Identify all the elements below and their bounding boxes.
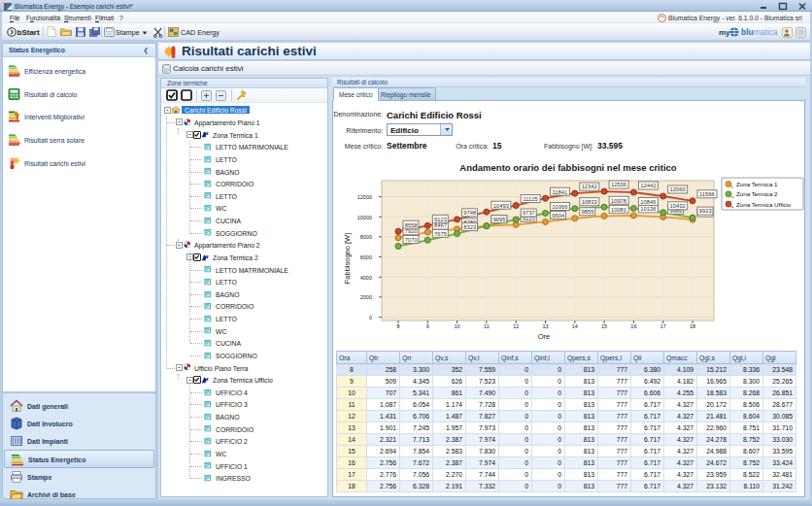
svg-text:7920: 7920 (405, 228, 418, 234)
svg-text:Zona Termica Ufficio: Zona Termica Ufficio (736, 201, 792, 208)
svg-text:11125: 11125 (523, 196, 537, 202)
svg-text:10081: 10081 (611, 207, 626, 213)
svg-text:17: 17 (660, 323, 666, 329)
svg-text:10366: 10366 (552, 204, 567, 210)
svg-text:8: 8 (396, 323, 399, 329)
svg-text:10432: 10432 (670, 203, 686, 209)
svg-text:10: 10 (455, 323, 460, 329)
svg-text:10493: 10493 (493, 203, 509, 209)
svg-text:Ore: Ore (538, 332, 551, 341)
svg-text:10846: 10846 (640, 199, 656, 205)
svg-text:12060: 12060 (670, 186, 686, 192)
svg-text:14: 14 (572, 323, 578, 329)
svg-text:12442: 12442 (640, 183, 656, 188)
svg-text:6000: 6000 (360, 254, 372, 260)
svg-text:9923: 9923 (699, 208, 712, 214)
svg-text:15: 15 (601, 323, 607, 329)
svg-text:11: 11 (484, 323, 490, 329)
svg-text:9: 9 (426, 323, 429, 329)
svg-text:2000: 2000 (360, 294, 372, 300)
svg-text:11596: 11596 (699, 191, 715, 197)
svg-text:Andamento orario dei fabbisogn: Andamento orario dei fabbisogni nel mese… (459, 162, 676, 173)
svg-text:13: 13 (542, 323, 548, 329)
svg-text:9123: 9123 (434, 217, 447, 222)
svg-text:10978: 10978 (611, 198, 626, 204)
svg-text:12: 12 (513, 323, 519, 329)
svg-text:12000: 12000 (357, 194, 372, 200)
svg-text:10833: 10833 (582, 199, 597, 205)
svg-text:12342: 12342 (582, 184, 597, 189)
svg-text:8467: 8467 (434, 222, 447, 228)
svg-text:9095: 9095 (493, 217, 506, 222)
svg-text:16: 16 (630, 323, 636, 329)
svg-text:4000: 4000 (360, 275, 372, 281)
svg-text:12536: 12536 (611, 182, 626, 187)
svg-text:9748: 9748 (463, 210, 476, 216)
svg-text:9504: 9504 (552, 213, 565, 219)
svg-text:8323: 8323 (463, 224, 476, 230)
svg-text:18: 18 (690, 323, 695, 329)
svg-text:Zona Termica 2: Zona Termica 2 (736, 190, 778, 197)
svg-text:8558: 8558 (405, 222, 418, 228)
svg-text:11841: 11841 (553, 189, 568, 195)
svg-text:10136: 10136 (640, 206, 656, 212)
svg-text:10000: 10000 (357, 215, 372, 220)
svg-text:Fabbisogno [W]: Fabbisogno [W] (343, 233, 352, 285)
svg-text:9737: 9737 (523, 210, 535, 216)
svg-text:Zona Termica 1: Zona Termica 1 (736, 181, 778, 187)
svg-text:9855: 9855 (582, 209, 594, 215)
svg-text:0: 0 (369, 315, 372, 320)
svg-text:7675: 7675 (434, 231, 447, 237)
svg-text:8000: 8000 (360, 234, 372, 240)
svg-text:7070: 7070 (405, 237, 418, 243)
